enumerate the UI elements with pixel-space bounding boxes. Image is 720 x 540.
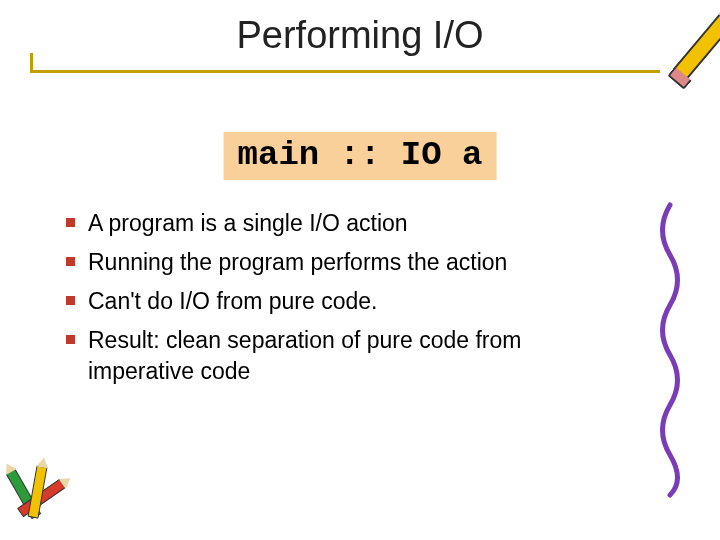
title-rule xyxy=(30,70,660,73)
list-item: Running the program performs the action xyxy=(64,247,610,278)
slide: Performing I/O main :: IO a A program is… xyxy=(0,0,720,540)
title-rule-tick xyxy=(30,53,33,71)
list-item: A program is a single I/O action xyxy=(64,208,610,239)
list-item: Result: clean separation of pure code fr… xyxy=(64,325,610,387)
code-signature: main :: IO a xyxy=(224,132,497,180)
squiggle-icon xyxy=(650,200,690,500)
pencils-icon xyxy=(12,468,82,528)
page-title: Performing I/O xyxy=(0,0,720,61)
list-item: Can't do I/O from pure code. xyxy=(64,286,610,317)
bullet-list: A program is a single I/O action Running… xyxy=(64,208,610,395)
